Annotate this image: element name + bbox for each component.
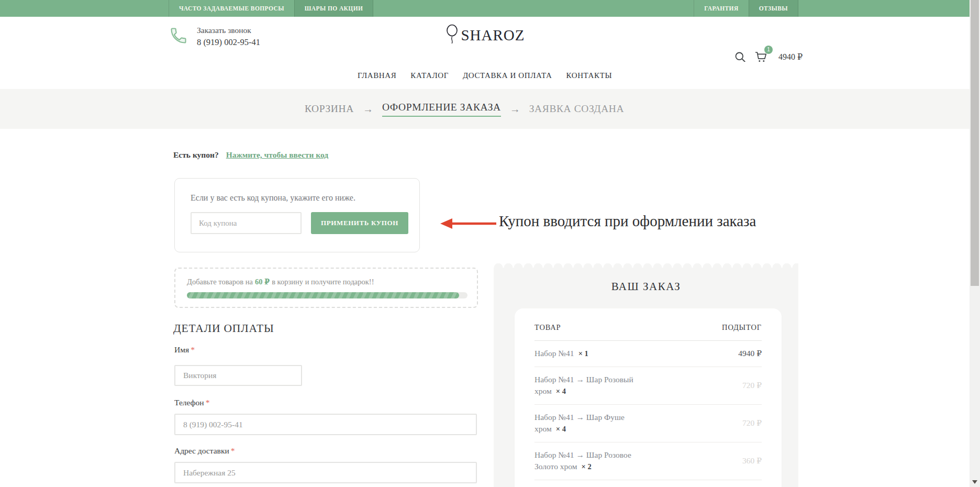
- scrollbar-down-arrow-icon[interactable]: [972, 480, 977, 484]
- order-item-name: Набор №41 → Шар Фуше: [534, 413, 625, 422]
- site-header: Заказать звонок 8 (919) 002-95-41 SHAROZ: [0, 17, 970, 62]
- search-icon[interactable]: [734, 51, 747, 63]
- order-item-row: Набор №41 → Шар Розовый хром× 4 720 ₽: [534, 367, 762, 405]
- logo-text: SHAROZ: [461, 27, 525, 44]
- topbar: ЧАСТО ЗАДАВАЕМЫЕ ВОПРОСЫ ШАРЫ ПО АКЦИИ Г…: [0, 0, 970, 17]
- annotation-arrow-icon: [439, 215, 497, 234]
- order-item-price: 360 ₽: [742, 456, 762, 466]
- gift-amount: 60 ₽: [255, 278, 270, 286]
- cart-badge: 1: [764, 46, 773, 54]
- breadcrumb-checkout[interactable]: ОФОРМЛЕНИЕ ЗАКАЗА: [382, 102, 501, 117]
- callback-text: Заказать звонок 8 (919) 002-95-41: [197, 26, 260, 48]
- nav-item-contacts[interactable]: КОНТАКТЫ: [566, 71, 612, 80]
- order-item-name-line2: хром: [534, 424, 552, 433]
- scrollbar[interactable]: [970, 0, 980, 487]
- gift-text: Добавьте товаров на60 ₽в корзину и получ…: [187, 277, 374, 286]
- coupon-code-input[interactable]: [191, 212, 302, 234]
- coupon-question: Есть купон?: [173, 150, 219, 160]
- breadcrumb-arrow-icon: →: [510, 103, 520, 115]
- order-item-qty: × 4: [556, 425, 566, 433]
- order-item-price: 4940 ₽: [738, 349, 762, 358]
- annotation-text: Купон вводится при оформлении заказа: [499, 213, 756, 230]
- topbar-item-reviews[interactable]: ОТЗЫВЫ: [749, 0, 798, 17]
- order-card: ТОВАР ПОДЫТОГ Набор №41× 1 4940 ₽ Набор …: [515, 308, 782, 487]
- order-col-product: ТОВАР: [534, 323, 561, 332]
- order-item-row: Набор №41 → Шар Розовое Золото хром× 2 3…: [534, 442, 762, 480]
- order-item-name: Набор №41 → Шар Розовый: [534, 375, 633, 384]
- required-mark: *: [231, 446, 235, 455]
- order-item-row: Набор №41 → Шар Фуше хром× 4 720 ₽: [534, 405, 762, 442]
- order-item-qty: × 1: [578, 349, 588, 358]
- breadcrumb-cart[interactable]: КОРЗИНА: [305, 103, 354, 115]
- balloon-icon: [444, 24, 459, 49]
- topbar-item-warranty[interactable]: ГАРАНТИЯ: [694, 0, 748, 17]
- phone-field-label: Телефон*: [174, 398, 209, 407]
- order-item-name-line2: хром: [534, 386, 552, 395]
- logo[interactable]: SHAROZ: [444, 24, 525, 49]
- phone-icon: [169, 26, 188, 47]
- required-mark: *: [206, 398, 210, 407]
- name-label-text: Имя: [174, 345, 189, 354]
- nav-item-catalog[interactable]: КАТАЛОГ: [410, 71, 449, 80]
- order-item-row: Набор №41× 1 4940 ₽: [534, 341, 762, 367]
- gift-text-after: в корзину и получите подарок!!: [272, 278, 374, 286]
- order-item-name-line2: Золото хром: [534, 462, 577, 471]
- nav-item-home[interactable]: ГЛАВНАЯ: [358, 71, 396, 80]
- nav-item-delivery[interactable]: ДОСТАВКА И ОПЛАТА: [463, 71, 552, 80]
- coupon-form: Если у вас есть код купона, укажите его …: [174, 178, 420, 252]
- callback-label[interactable]: Заказать звонок: [197, 26, 260, 35]
- billing-title: ДЕТАЛИ ОПЛАТЫ: [173, 322, 274, 335]
- main-nav: ГЛАВНАЯ КАТАЛОГ ДОСТАВКА И ОПЛАТА КОНТАК…: [0, 62, 970, 89]
- gift-progress-track: [187, 292, 467, 298]
- address-label-text: Адрес доставки: [174, 446, 229, 455]
- order-item-qty: × 2: [582, 462, 592, 471]
- callback-block[interactable]: Заказать звонок 8 (919) 002-95-41: [169, 26, 260, 48]
- order-summary-panel: ВАШ ЗАКАЗ ТОВАР ПОДЫТОГ Набор №41× 1 494…: [494, 261, 798, 487]
- gift-progress-fill: [187, 292, 459, 298]
- coupon-hint: Если у вас есть код купона, укажите его …: [191, 193, 355, 203]
- address-field[interactable]: [174, 462, 477, 483]
- checkout-page: ЧАСТО ЗАДАВАЕМЫЕ ВОПРОСЫ ШАРЫ ПО АКЦИИ Г…: [0, 0, 980, 487]
- order-col-subtotal: ПОДЫТОГ: [722, 323, 762, 332]
- topbar-item-faq[interactable]: ЧАСТО ЗАДАВАЕМЫЕ ВОПРОСЫ: [169, 0, 294, 17]
- order-item-name: Набор №41 → Шар Розовое: [534, 450, 631, 459]
- header-phone-number[interactable]: 8 (919) 002-95-41: [197, 37, 260, 48]
- order-table-header: ТОВАР ПОДЫТОГ: [534, 308, 762, 341]
- topbar-item-sale-balloons[interactable]: ШАРЫ ПО АКЦИИ: [294, 0, 374, 17]
- coupon-question-row: Есть купон? Нажмите, чтобы ввести код: [173, 150, 328, 160]
- order-item-price: 720 ₽: [742, 381, 762, 390]
- cart-total[interactable]: 4940 ₽: [778, 52, 803, 62]
- breadcrumb-arrow-icon: →: [363, 103, 373, 115]
- name-field-label: Имя*: [174, 345, 195, 355]
- gift-banner: Добавьте товаров на60 ₽в корзину и получ…: [174, 268, 478, 308]
- scrollbar-thumb[interactable]: [971, 0, 979, 286]
- phone-field[interactable]: [174, 414, 477, 435]
- receipt-scalloped-edge: [494, 261, 798, 268]
- topbar-right-group: ГАРАНТИЯ ОТЗЫВЫ: [694, 0, 798, 17]
- address-field-label: Адрес доставки*: [174, 446, 235, 456]
- order-item-name: Набор №41: [534, 349, 574, 358]
- apply-coupon-button[interactable]: ПРИМЕНИТЬ КУПОН: [311, 212, 408, 234]
- breadcrumb-order-created: ЗАЯВКА СОЗДАНА: [529, 103, 624, 115]
- order-item-qty: × 4: [556, 387, 566, 395]
- gift-text-before: Добавьте товаров на: [187, 278, 253, 286]
- breadcrumb: КОРЗИНА → ОФОРМЛЕНИЕ ЗАКАЗА → ЗАЯВКА СОЗ…: [305, 89, 624, 129]
- coupon-toggle-link[interactable]: Нажмите, чтобы ввести код: [226, 150, 328, 160]
- phone-label-text: Телефон: [174, 398, 204, 407]
- breadcrumb-band: КОРЗИНА → ОФОРМЛЕНИЕ ЗАКАЗА → ЗАЯВКА СОЗ…: [0, 89, 970, 129]
- required-mark: *: [191, 345, 195, 354]
- order-title: ВАШ ЗАКАЗ: [494, 280, 798, 293]
- order-item-price: 720 ₽: [742, 418, 762, 428]
- topbar-left-group: ЧАСТО ЗАДАВАЕМЫЕ ВОПРОСЫ ШАРЫ ПО АКЦИИ: [169, 0, 373, 17]
- name-field[interactable]: [174, 365, 302, 386]
